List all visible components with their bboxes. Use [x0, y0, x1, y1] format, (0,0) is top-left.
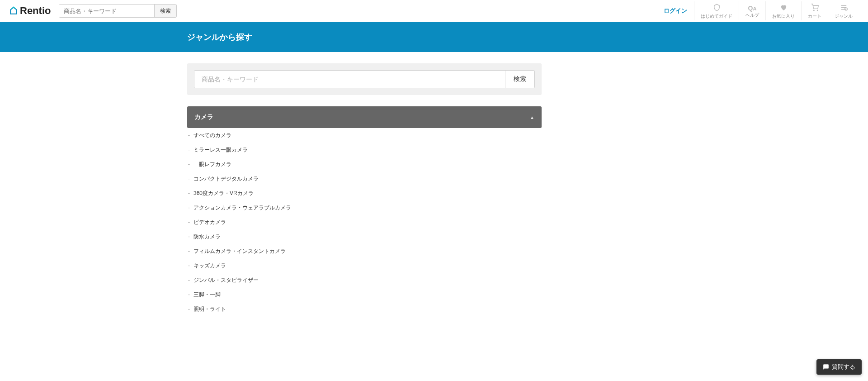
- category-item-label: キッズカメラ: [193, 262, 226, 270]
- svg-point-0: [813, 10, 814, 10]
- category-item-label: コンパクトデジタルカメラ: [193, 175, 259, 183]
- category-item-label: 防水カメラ: [193, 233, 221, 241]
- category-item[interactable]: -三脚・一脚: [187, 287, 542, 302]
- category-item-label: ジンバル・スタビライザー: [193, 276, 259, 284]
- header-search-input[interactable]: [59, 5, 154, 17]
- header-search-button[interactable]: 検索: [154, 5, 176, 17]
- favorite-icon: [780, 4, 788, 13]
- login-link[interactable]: ログイン: [664, 7, 687, 15]
- category-item-label: アクションカメラ・ウェアラブルカメラ: [193, 204, 291, 212]
- genre-icon: [840, 4, 848, 13]
- dash-icon: -: [188, 291, 190, 298]
- category-item[interactable]: -360度カメラ・VRカメラ: [187, 186, 542, 200]
- svg-point-1: [817, 10, 817, 10]
- category-item-label: ミラーレス一眼カメラ: [193, 146, 248, 154]
- nav-label: お気に入り: [772, 14, 795, 19]
- nav-item-guide[interactable]: はじめてガイド: [694, 1, 739, 20]
- dash-icon: -: [188, 176, 190, 182]
- category-item-label: ビデオカメラ: [193, 219, 226, 226]
- category-title: カメラ: [194, 113, 213, 121]
- category-item[interactable]: -フィルムカメラ・インスタントカメラ: [187, 244, 542, 258]
- nav-item-genre[interactable]: ジャンル: [828, 1, 859, 20]
- dash-icon: -: [188, 248, 190, 254]
- nav-item-help[interactable]: QAヘルプ: [739, 1, 765, 20]
- category-item[interactable]: -アクションカメラ・ウェアラブルカメラ: [187, 200, 542, 215]
- dash-icon: -: [188, 147, 190, 153]
- category-item[interactable]: -照明・ライト: [187, 302, 542, 316]
- category-item[interactable]: -すべてのカメラ: [187, 128, 542, 143]
- dash-icon: -: [188, 277, 190, 283]
- dash-icon: -: [188, 132, 190, 138]
- logo-icon: [9, 6, 18, 15]
- nav-label: ヘルプ: [745, 13, 759, 18]
- category-item-label: 三脚・一脚: [193, 291, 221, 299]
- main-search-input[interactable]: [194, 71, 505, 88]
- category-item[interactable]: -ミラーレス一眼カメラ: [187, 143, 542, 157]
- category-item[interactable]: -コンパクトデジタルカメラ: [187, 171, 542, 186]
- nav-item-cart[interactable]: カート: [801, 1, 828, 20]
- nav-item-favorite[interactable]: お気に入り: [765, 1, 801, 20]
- cart-icon: [811, 4, 819, 13]
- global-header: Rentio 検索 ログイン はじめてガイドQAヘルプお気に入りカートジャンル: [0, 0, 868, 22]
- chevron-up-icon: ▲: [530, 115, 534, 120]
- category-item[interactable]: -防水カメラ: [187, 229, 542, 244]
- nav-label: ジャンル: [835, 14, 853, 19]
- category-item[interactable]: -一眼レフカメラ: [187, 157, 542, 171]
- nav-label: カート: [808, 14, 821, 19]
- dash-icon: -: [188, 161, 190, 167]
- category-item[interactable]: -キッズカメラ: [187, 258, 542, 273]
- category-item-label: フィルムカメラ・インスタントカメラ: [193, 248, 286, 255]
- category-item[interactable]: -ジンバル・スタビライザー: [187, 273, 542, 287]
- main-search-box: 検索: [187, 63, 542, 95]
- main-search-button[interactable]: 検索: [505, 71, 534, 88]
- dash-icon: -: [188, 190, 190, 196]
- header-nav: はじめてガイドQAヘルプお気に入りカートジャンル: [694, 1, 859, 20]
- dash-icon: -: [188, 205, 190, 211]
- dash-icon: -: [188, 233, 190, 240]
- dash-icon: -: [188, 262, 190, 269]
- dash-icon: -: [188, 219, 190, 225]
- help-icon: QA: [748, 5, 757, 12]
- category-list: -すべてのカメラ-ミラーレス一眼カメラ-一眼レフカメラ-コンパクトデジタルカメラ…: [187, 128, 542, 316]
- nav-label: はじめてガイド: [701, 14, 732, 19]
- page-title-band: ジャンルから探す: [0, 22, 868, 52]
- main-content: 検索 カメラ ▲ -すべてのカメラ-ミラーレス一眼カメラ-一眼レフカメラ-コンパ…: [168, 52, 700, 343]
- category-item[interactable]: -ビデオカメラ: [187, 215, 542, 229]
- main-search: 検索: [194, 70, 535, 88]
- dash-icon: -: [188, 306, 190, 312]
- category-header-camera[interactable]: カメラ ▲: [187, 106, 542, 128]
- category-item-label: すべてのカメラ: [193, 132, 231, 139]
- page-title: ジャンルから探す: [187, 32, 700, 43]
- category-item-label: 一眼レフカメラ: [193, 161, 231, 168]
- header-search: 検索: [59, 4, 177, 18]
- logo[interactable]: Rentio: [9, 5, 51, 17]
- logo-text: Rentio: [20, 5, 51, 17]
- category-item-label: 照明・ライト: [193, 305, 226, 313]
- guide-icon: [713, 4, 721, 13]
- category-item-label: 360度カメラ・VRカメラ: [193, 190, 254, 197]
